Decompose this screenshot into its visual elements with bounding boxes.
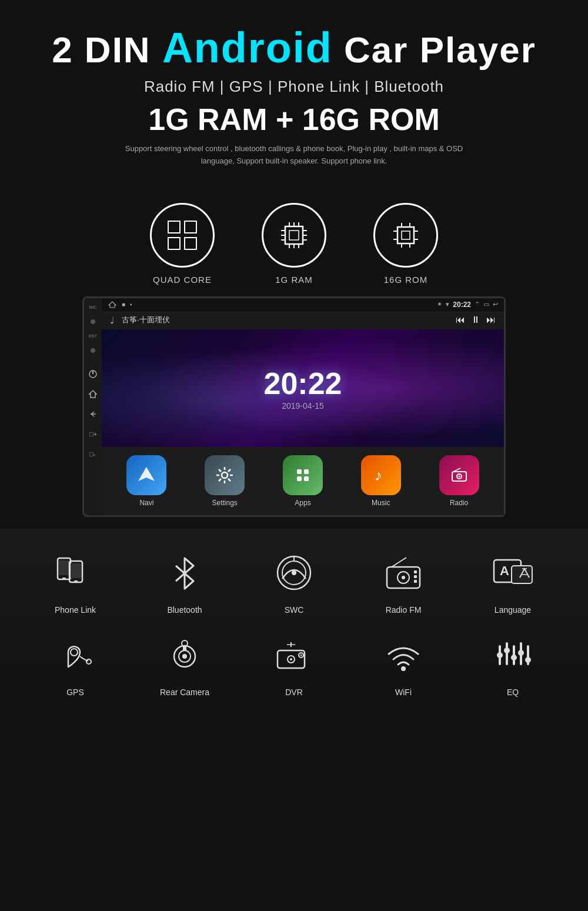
- next-button[interactable]: ⏭: [486, 315, 496, 325]
- music-note-icon: ♩: [110, 315, 115, 326]
- chip-svg: [276, 218, 312, 253]
- apps-label: Apps: [295, 499, 310, 507]
- phone-link-icon: [49, 546, 102, 599]
- svg-rect-43: [304, 476, 309, 481]
- rst-dot: [91, 348, 95, 353]
- prev-button[interactable]: ⏮: [456, 315, 465, 325]
- status-back-nav: ↩: [493, 301, 498, 308]
- back-button[interactable]: [88, 409, 98, 419]
- feature-rear-camera: Rear Camera: [133, 629, 236, 697]
- quad-core-icon-circle: [150, 203, 215, 268]
- features-grid: Phone Link Bluetooth: [24, 546, 564, 697]
- volume-up-button[interactable]: □+: [88, 429, 98, 439]
- app-navi[interactable]: Navi: [126, 455, 166, 507]
- app-apps[interactable]: Apps: [283, 455, 323, 507]
- radio-icon: [439, 455, 479, 495]
- svg-rect-40: [297, 469, 302, 474]
- grid-cell-3: [168, 237, 181, 250]
- eq-icon: [486, 629, 539, 682]
- grid-cell-4: [184, 237, 197, 250]
- svg-point-90: [504, 648, 510, 653]
- svg-rect-0: [285, 226, 303, 244]
- apps-icon: [283, 455, 323, 495]
- svg-point-31: [222, 472, 228, 478]
- ram-icon-circle: [262, 203, 326, 268]
- screen-area: ■ ▪ ✶ ▾ 20:22 ⌃ ▭ ↩ ♩ 古筝·十面埋伏 ⏮ ⏸: [102, 298, 504, 515]
- svg-point-82: [290, 658, 292, 660]
- ram-label: 1G RAM: [275, 275, 313, 285]
- clock-time: 20:22: [264, 366, 342, 401]
- wifi-label: WiFi: [395, 688, 412, 697]
- specs-row: QUAD CORE: [0, 203, 588, 285]
- rom-icon-circle: [373, 203, 438, 268]
- svg-line-36: [219, 469, 221, 472]
- svg-text:A: A: [500, 563, 509, 578]
- svg-rect-42: [297, 476, 302, 481]
- device-wrapper: MIC RST □+ □-: [0, 296, 588, 517]
- language-icon: A: [486, 546, 539, 599]
- clock-date: 2019-04-15: [282, 401, 324, 411]
- feature-bluetooth: Bluetooth: [133, 546, 236, 615]
- rear-camera-icon: [158, 629, 211, 682]
- home-status-icon: [108, 301, 117, 308]
- svg-marker-30: [138, 467, 155, 481]
- svg-point-96: [525, 657, 531, 663]
- volume-down-button[interactable]: □-: [88, 449, 98, 459]
- grid-icon: [168, 221, 197, 250]
- navi-label: Navi: [139, 499, 153, 507]
- phone-link-label: Phone Link: [55, 605, 96, 615]
- svg-point-47: [458, 475, 460, 477]
- radio-label: Radio: [450, 499, 468, 507]
- feature-radio-fm: Radio FM: [352, 546, 455, 615]
- app-radio[interactable]: Radio: [439, 455, 479, 507]
- feature-swc: SWC: [242, 546, 346, 615]
- svg-line-39: [219, 479, 221, 481]
- app-settings[interactable]: Settings: [205, 455, 245, 507]
- song-title: 古筝·十面埋伏: [122, 315, 170, 325]
- status-battery: ■: [122, 301, 125, 308]
- title-android: Android: [162, 24, 333, 71]
- feature-eq: EQ: [461, 629, 564, 697]
- svg-line-38: [228, 469, 230, 472]
- features-section: Phone Link Bluetooth: [0, 529, 588, 715]
- svg-rect-79: [183, 646, 186, 651]
- svg-text:♪: ♪: [375, 466, 382, 484]
- rst-label: RST: [89, 334, 97, 338]
- dvr-label: DVR: [285, 688, 303, 697]
- feature-wifi: WiFi: [352, 629, 455, 697]
- svg-rect-54: [74, 580, 78, 582]
- status-signal: ▪: [130, 301, 132, 308]
- status-time: 20:22: [453, 301, 471, 309]
- svg-rect-67: [414, 580, 417, 583]
- svg-text:□+: □+: [89, 431, 97, 438]
- music-label: Music: [372, 499, 390, 507]
- svg-rect-41: [304, 469, 309, 474]
- svg-point-63: [402, 576, 405, 579]
- spec-quad-core: QUAD CORE: [150, 203, 215, 285]
- apps-row: Navi: [102, 447, 504, 515]
- svg-rect-14: [397, 227, 414, 243]
- device-outer: MIC RST □+ □-: [82, 296, 506, 517]
- status-window: ▭: [483, 301, 489, 308]
- feature-phone-link: Phone Link: [24, 546, 127, 615]
- status-right: ✶ ▾ 20:22 ⌃ ▭ ↩: [437, 301, 498, 309]
- gps-label: GPS: [66, 688, 84, 697]
- dvr-icon: [268, 629, 320, 682]
- feature-gps: GPS: [24, 629, 127, 697]
- pause-button[interactable]: ⏸: [471, 315, 480, 325]
- power-button[interactable]: [88, 369, 98, 379]
- app-music[interactable]: ♪ Music: [361, 455, 401, 507]
- title-suffix: Car Player: [344, 29, 536, 70]
- status-bar: ■ ▪ ✶ ▾ 20:22 ⌃ ▭ ↩: [102, 298, 504, 311]
- home-button[interactable]: [88, 389, 98, 399]
- navi-icon: [126, 455, 166, 495]
- svg-point-74: [86, 659, 91, 664]
- svg-marker-26: [89, 391, 96, 398]
- svg-rect-66: [414, 575, 417, 578]
- mic-dot: [91, 319, 95, 324]
- svg-rect-1: [289, 231, 299, 240]
- grid-cell-2: [184, 221, 197, 233]
- wifi-icon: ▾: [446, 301, 449, 308]
- rear-camera-label: Rear Camera: [160, 688, 209, 697]
- header-section: 2 DIN Android Car Player Radio FM | GPS …: [0, 0, 588, 185]
